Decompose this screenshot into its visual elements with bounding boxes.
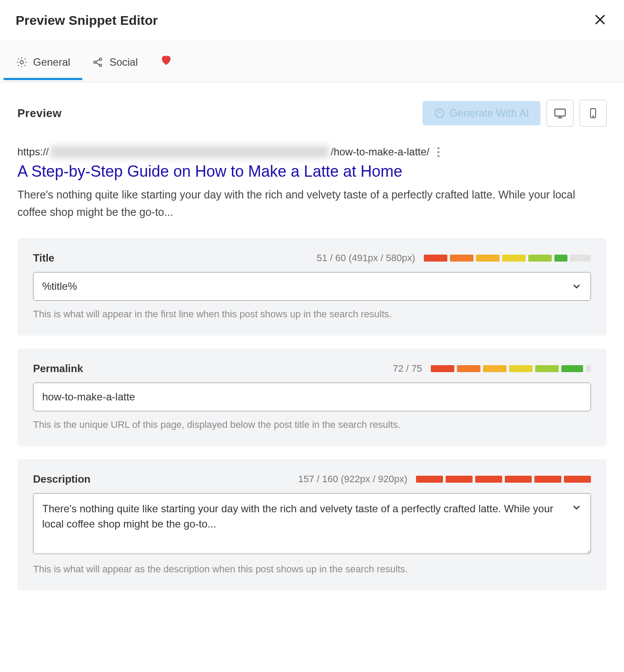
serp-menu-button[interactable] xyxy=(437,147,439,157)
modal-title: Preview Snippet Editor xyxy=(16,13,158,28)
svg-line-6 xyxy=(96,60,100,62)
modal-header: Preview Snippet Editor xyxy=(0,0,624,41)
svg-rect-9 xyxy=(555,109,565,116)
permalink-strength-bar xyxy=(431,365,591,372)
favorite-button[interactable] xyxy=(160,41,173,82)
svg-point-3 xyxy=(94,61,96,63)
title-input[interactable] xyxy=(33,272,591,301)
svg-point-5 xyxy=(100,64,102,66)
generate-ai-label: Generate With AI xyxy=(450,107,529,119)
description-help: This is what will appear as the descript… xyxy=(33,564,591,575)
tab-social-label: Social xyxy=(109,56,138,68)
close-button[interactable] xyxy=(592,12,608,29)
svg-point-2 xyxy=(20,60,23,64)
title-help: This is what will appear in the first li… xyxy=(33,309,591,320)
serp-preview: https:// /how-to-make-a-latte/ A Step-by… xyxy=(17,146,607,221)
title-field-card: Title 51 / 60 (491px / 580px) This is wh… xyxy=(17,238,607,336)
share-icon xyxy=(92,56,104,68)
permalink-label: Permalink xyxy=(33,363,83,375)
svg-point-13 xyxy=(593,116,594,117)
tab-general-label: General xyxy=(33,56,70,68)
permalink-field-card: Permalink 72 / 75 This is the unique URL… xyxy=(17,349,607,446)
description-strength-bar xyxy=(416,476,591,483)
close-icon xyxy=(594,13,607,26)
mobile-view-button[interactable] xyxy=(580,100,607,127)
desktop-view-button[interactable] xyxy=(547,100,574,127)
description-field-card: Description 157 / 160 (922px / 920px) Th… xyxy=(17,459,607,591)
heart-icon xyxy=(160,54,173,67)
permalink-help: This is the unique URL of this page, dis… xyxy=(33,419,591,430)
generate-ai-button[interactable]: Generate With AI xyxy=(423,101,540,125)
preview-label: Preview xyxy=(17,107,62,120)
svg-point-4 xyxy=(100,58,102,60)
tabs: General Social xyxy=(0,41,624,82)
svg-line-7 xyxy=(96,63,100,65)
title-counter: 51 / 60 (491px / 580px) xyxy=(317,252,415,264)
serp-title[interactable]: A Step-by-Step Guide on How to Make a La… xyxy=(17,162,607,181)
mobile-icon xyxy=(587,107,599,119)
description-input[interactable] xyxy=(33,493,591,554)
permalink-counter: 72 / 75 xyxy=(393,363,422,374)
title-strength-bar xyxy=(424,255,591,262)
tab-general[interactable]: General xyxy=(16,44,70,80)
serp-url: https:// /how-to-make-a-latte/ xyxy=(17,146,607,158)
serp-description: There's nothing quite like starting your… xyxy=(17,186,583,221)
description-label: Description xyxy=(33,473,91,485)
title-label: Title xyxy=(33,252,54,264)
desktop-icon xyxy=(553,106,567,120)
ai-icon xyxy=(434,108,445,119)
svg-point-8 xyxy=(435,109,444,118)
gear-icon xyxy=(16,56,28,68)
serp-url-redacted xyxy=(50,146,329,158)
permalink-input[interactable] xyxy=(33,383,591,411)
description-counter: 157 / 160 (922px / 920px) xyxy=(298,474,407,485)
serp-url-prefix: https:// xyxy=(17,146,49,158)
preview-header: Preview Generate With AI xyxy=(17,100,607,127)
serp-url-suffix: /how-to-make-a-latte/ xyxy=(331,146,429,158)
tab-social[interactable]: Social xyxy=(92,44,138,80)
